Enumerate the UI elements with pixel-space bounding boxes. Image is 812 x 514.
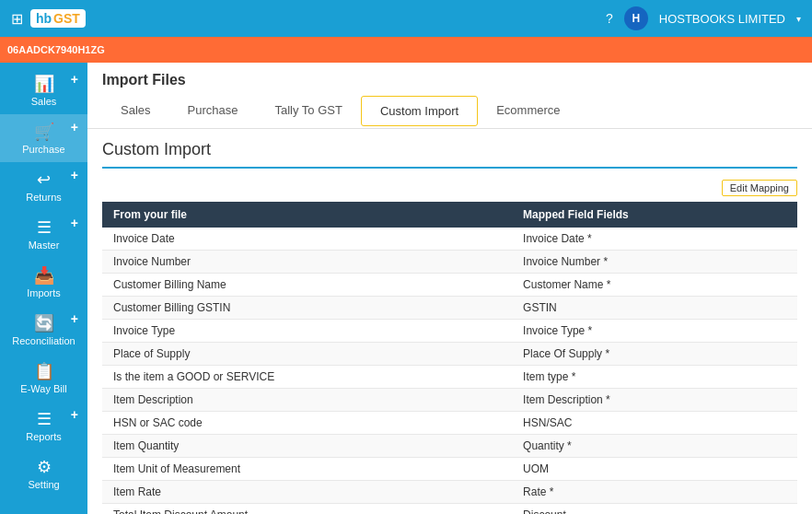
- sidebar-item-sales[interactable]: + 📊 Sales: [0, 66, 87, 114]
- table-row: HSN or SAC codeHSN/SAC: [102, 412, 797, 435]
- sidebar-item-setting[interactable]: ⚙ Setting: [0, 450, 87, 497]
- from-field: HSN or SAC code: [102, 412, 512, 435]
- section-title: Custom Import: [102, 140, 797, 169]
- col1-header: From your file: [102, 202, 512, 228]
- from-field: Customer Billing Name: [102, 274, 512, 297]
- sidebar-label-returns: Returns: [26, 192, 62, 203]
- page-content: Custom Import Edit Mapping From your fil…: [87, 129, 812, 514]
- tabs: Sales Purchase Tally To GST Custom Impor…: [102, 96, 797, 128]
- edit-mapping-button[interactable]: Edit Mapping: [722, 180, 797, 196]
- from-field: Item Description: [102, 389, 512, 412]
- table-row: Item RateRate *: [102, 481, 797, 504]
- sales-icon: 📊: [34, 74, 54, 94]
- sales-plus-icon[interactable]: +: [71, 72, 78, 87]
- eway-bill-icon: 📋: [34, 361, 54, 381]
- content-area: Import Files Sales Purchase Tally To GST…: [87, 63, 812, 514]
- reports-icon: ☰: [37, 409, 52, 429]
- sidebar-item-reports[interactable]: + ☰ Reports: [0, 402, 87, 450]
- help-icon[interactable]: ?: [606, 11, 613, 26]
- sidebar-item-purchase[interactable]: + 🛒 Purchase: [0, 114, 87, 162]
- master-plus-icon[interactable]: +: [71, 216, 78, 230]
- sidebar-label-setting: Setting: [28, 479, 59, 490]
- from-field: Invoice Number: [102, 251, 512, 274]
- from-field: Invoice Date: [102, 228, 512, 251]
- top-header: ⊞ hb GST ? H HOSTBOOKS LIMITED ▾: [0, 0, 812, 37]
- user-name: HOSTBOOKS LIMITED: [659, 12, 785, 26]
- tab-tally-to-gst[interactable]: Tally To GST: [256, 96, 360, 128]
- sidebar-item-reconciliation[interactable]: + 🔄 Reconciliation: [0, 306, 87, 354]
- from-field: Place of Supply: [102, 343, 512, 366]
- gstin-bar: 06AADCK7940H1ZG: [0, 37, 812, 63]
- mapped-field: Quantity *: [512, 435, 797, 458]
- sidebar-label-sales: Sales: [31, 96, 57, 107]
- mapping-table: From your file Mapped Field Fields Invoi…: [102, 202, 797, 514]
- sidebar-label-purchase: Purchase: [22, 144, 64, 155]
- table-row: Invoice NumberInvoice Number *: [102, 251, 797, 274]
- mapped-field: Customer Name *: [512, 274, 797, 297]
- table-row: Total Item Discount AmountDiscount: [102, 504, 797, 515]
- tab-custom-import[interactable]: Custom Import: [361, 96, 478, 126]
- table-row: Invoice DateInvoice Date *: [102, 228, 797, 251]
- table-row: Item QuantityQuantity *: [102, 435, 797, 458]
- table-row: Item Unit of MeasurementUOM: [102, 458, 797, 481]
- from-field: Customer Billing GSTIN: [102, 297, 512, 320]
- logo-hb: hb: [36, 11, 52, 26]
- master-icon: ☰: [37, 217, 52, 238]
- sidebar-item-eway-bill[interactable]: 📋 E-Way Bill: [0, 354, 87, 402]
- sidebar-label-reconciliation: Reconciliation: [12, 335, 75, 346]
- reports-plus-icon[interactable]: +: [71, 407, 78, 422]
- setting-icon: ⚙: [37, 457, 52, 477]
- mapped-field: Invoice Type *: [512, 320, 797, 343]
- mapped-field: Invoice Number *: [512, 251, 797, 274]
- mapped-field: Invoice Date *: [512, 228, 797, 251]
- sidebar-label-eway-bill: E-Way Bill: [20, 383, 66, 394]
- main-layout: + 📊 Sales + 🛒 Purchase + ↩ Returns + ☰ M…: [0, 63, 812, 514]
- page-title: Import Files: [102, 72, 797, 88]
- tab-ecommerce[interactable]: Ecommerce: [478, 96, 578, 128]
- from-field: Invoice Type: [102, 320, 512, 343]
- page-header: Import Files Sales Purchase Tally To GST…: [87, 63, 812, 129]
- table-row: Invoice TypeInvoice Type *: [102, 320, 797, 343]
- table-row: Customer Billing NameCustomer Name *: [102, 274, 797, 297]
- reconciliation-plus-icon[interactable]: +: [71, 311, 78, 326]
- mapped-field: Item Description *: [512, 389, 797, 412]
- table-row: Is the item a GOOD or SERVICEItem type *: [102, 366, 797, 389]
- from-field: Item Rate: [102, 481, 512, 504]
- sidebar-label-master: Master: [29, 239, 60, 251]
- tab-purchase[interactable]: Purchase: [169, 96, 257, 128]
- from-field: Item Unit of Measurement: [102, 458, 512, 481]
- from-field: Total Item Discount Amount: [102, 504, 512, 515]
- sidebar-item-returns[interactable]: + ↩ Returns: [0, 162, 87, 210]
- sidebar-item-master[interactable]: + ☰ Master: [0, 210, 87, 258]
- mapped-field: Discount: [512, 504, 797, 515]
- col2-header: Mapped Field Fields: [512, 202, 797, 228]
- mapped-field: GSTIN: [512, 297, 797, 320]
- table-row: Item DescriptionItem Description *: [102, 389, 797, 412]
- mapped-field: HSN/SAC: [512, 412, 797, 435]
- header-left: ⊞ hb GST: [11, 9, 86, 28]
- mapped-field: Rate *: [512, 481, 797, 504]
- mapped-field: Place Of Supply *: [512, 343, 797, 366]
- from-field: Is the item a GOOD or SERVICE: [102, 366, 512, 389]
- logo-box: hb GST: [30, 9, 86, 28]
- imports-icon: 📥: [34, 265, 54, 286]
- mapped-field: Item type *: [512, 366, 797, 389]
- mapped-field: UOM: [512, 458, 797, 481]
- purchase-plus-icon[interactable]: +: [71, 120, 78, 134]
- sidebar-label-reports: Reports: [26, 431, 62, 442]
- from-field: Item Quantity: [102, 435, 512, 458]
- sidebar-item-imports[interactable]: 📥 Imports: [0, 258, 87, 306]
- grid-icon[interactable]: ⊞: [11, 10, 23, 28]
- header-right: ? H HOSTBOOKS LIMITED ▾: [606, 6, 801, 30]
- gstin-text: 06AADCK7940H1ZG: [7, 44, 105, 55]
- edit-mapping-row: Edit Mapping: [102, 180, 797, 196]
- avatar: H: [624, 6, 648, 30]
- user-dropdown-icon[interactable]: ▾: [796, 14, 801, 24]
- returns-plus-icon[interactable]: +: [71, 168, 78, 182]
- purchase-icon: 🛒: [34, 122, 54, 142]
- table-row: Customer Billing GSTINGSTIN: [102, 297, 797, 320]
- logo-gst: GST: [53, 11, 80, 26]
- tab-sales[interactable]: Sales: [102, 96, 169, 128]
- sidebar: + 📊 Sales + 🛒 Purchase + ↩ Returns + ☰ M…: [0, 63, 87, 514]
- returns-icon: ↩: [37, 169, 51, 190]
